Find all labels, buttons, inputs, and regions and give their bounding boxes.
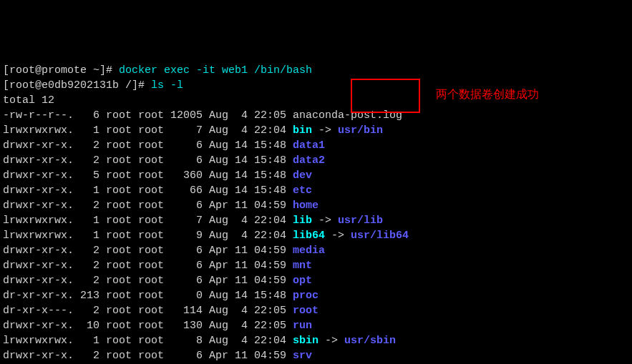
terminal-line: drwxr-xr-x. 2 root root 6 Apr 11 04:59 h…	[3, 198, 629, 213]
terminal-segment: dev	[293, 169, 312, 182]
terminal-segment: usr/lib64	[351, 230, 409, 242]
terminal-segment: proc	[293, 290, 319, 302]
terminal-line: -rw-r--r--. 6 root root 12005 Aug 4 22:0…	[3, 108, 629, 123]
terminal-segment: drwxr-xr-x. 5 root root 360 Aug 14 15:48	[3, 169, 293, 182]
terminal-segment: usr/lib	[338, 215, 383, 227]
terminal-segment: -rw-r--r--. 6 root root 12005 Aug 4 22:0…	[3, 109, 293, 122]
terminal-segment: data1	[293, 139, 325, 152]
terminal-segment: drwxr-xr-x. 10 root root 130 Aug 4 22:05	[3, 320, 293, 332]
terminal-segment: total 12	[3, 94, 54, 107]
terminal-line: drwxr-xr-x. 2 root root 6 Aug 14 15:48 d…	[3, 153, 629, 168]
terminal-segment: ls -l	[151, 79, 183, 92]
terminal-segment: sbin	[293, 335, 319, 347]
terminal-segment: lrwxrwxrwx. 1 root root 9 Aug 4 22:04	[3, 230, 293, 242]
terminal-segment: root	[293, 305, 319, 317]
terminal-segment: ->	[325, 230, 351, 242]
terminal-segment: lrwxrwxrwx. 1 root root 7 Aug 4 22:04	[3, 124, 293, 137]
terminal-segment: drwxr-xr-x. 2 root root 6 Aug 14 15:48	[3, 154, 293, 167]
terminal-segment: drwxr-xr-x. 2 root root 6 Apr 11 04:59	[3, 275, 293, 287]
terminal-line: drwxr-xr-x. 5 root root 360 Aug 14 15:48…	[3, 168, 629, 183]
terminal-segment: docker exec -it web1 /bin/bash	[119, 64, 312, 77]
terminal-segment: usr/bin	[338, 124, 383, 137]
terminal-line: [root@promote ~]# docker exec -it web1 /…	[3, 63, 629, 78]
terminal-segment: srv	[293, 350, 312, 362]
terminal-segment: ->	[319, 335, 344, 347]
terminal-segment: data2	[293, 154, 325, 167]
terminal-segment: drwxr-xr-x. 2 root root 6 Apr 11 04:59	[3, 200, 293, 212]
terminal-segment: ->	[312, 215, 338, 227]
terminal-line: drwxr-xr-x. 10 root root 130 Aug 4 22:05…	[3, 318, 629, 333]
terminal-segment: bin	[293, 124, 312, 137]
terminal-segment: [root@promote ~]#	[3, 64, 119, 77]
terminal-segment: opt	[293, 275, 312, 287]
terminal-line: lrwxrwxrwx. 1 root root 7 Aug 4 22:04 li…	[3, 213, 629, 228]
terminal-line: lrwxrwxrwx. 1 root root 7 Aug 4 22:04 bi…	[3, 123, 629, 138]
terminal-segment: media	[293, 245, 325, 257]
terminal-segment: run	[293, 320, 312, 332]
terminal-segment: lib	[293, 215, 312, 227]
terminal-segment: usr/sbin	[344, 335, 396, 347]
terminal-segment: dr-xr-xr-x. 213 root root 0 Aug 14 15:48	[3, 290, 293, 302]
terminal-segment: drwxr-xr-x. 2 root root 6 Apr 11 04:59	[3, 350, 293, 362]
terminal-line: drwxr-xr-x. 2 root root 6 Apr 11 04:59 m…	[3, 258, 629, 273]
terminal-line: lrwxrwxrwx. 1 root root 9 Aug 4 22:04 li…	[3, 228, 629, 243]
terminal-segment: anaconda-post.log	[293, 109, 402, 122]
terminal-segment: lrwxrwxrwx. 1 root root 7 Aug 4 22:04	[3, 215, 293, 227]
terminal-line: lrwxrwxrwx. 1 root root 8 Aug 4 22:04 sb…	[3, 333, 629, 348]
terminal-segment: drwxr-xr-x. 2 root root 6 Apr 11 04:59	[3, 260, 293, 272]
terminal-output: [root@promote ~]# docker exec -it web1 /…	[0, 60, 632, 364]
terminal-line: drwxr-xr-x. 2 root root 6 Aug 14 15:48 d…	[3, 138, 629, 153]
terminal-segment: etc	[293, 185, 312, 197]
terminal-segment: ->	[312, 124, 338, 137]
terminal-line: drwxr-xr-x. 2 root root 6 Apr 11 04:59 s…	[3, 348, 629, 363]
terminal-line: dr-xr-xr-x. 213 root root 0 Aug 14 15:48…	[3, 288, 629, 303]
terminal-segment: drwxr-xr-x. 2 root root 6 Aug 14 15:48	[3, 139, 293, 152]
terminal-segment: drwxr-xr-x. 1 root root 66 Aug 14 15:48	[3, 185, 293, 197]
terminal-segment: drwxr-xr-x. 2 root root 6 Apr 11 04:59	[3, 245, 293, 257]
terminal-line: drwxr-xr-x. 1 root root 66 Aug 14 15:48 …	[3, 183, 629, 198]
terminal-segment: lib64	[293, 230, 325, 242]
terminal-segment: lrwxrwxrwx. 1 root root 8 Aug 4 22:04	[3, 335, 293, 347]
terminal-segment: [root@e0db9202131b /]#	[3, 79, 151, 92]
annotation-text: 两个数据卷创建成功	[436, 87, 539, 102]
terminal-line: drwxr-xr-x. 2 root root 6 Apr 11 04:59 m…	[3, 243, 629, 258]
terminal-line: drwxr-xr-x. 2 root root 6 Apr 11 04:59 o…	[3, 273, 629, 288]
terminal-segment: mnt	[293, 260, 312, 272]
terminal-line: dr-xr-x---. 2 root root 114 Aug 4 22:05 …	[3, 303, 629, 318]
terminal-segment: dr-xr-x---. 2 root root 114 Aug 4 22:05	[3, 305, 293, 317]
terminal-segment: home	[293, 200, 319, 212]
